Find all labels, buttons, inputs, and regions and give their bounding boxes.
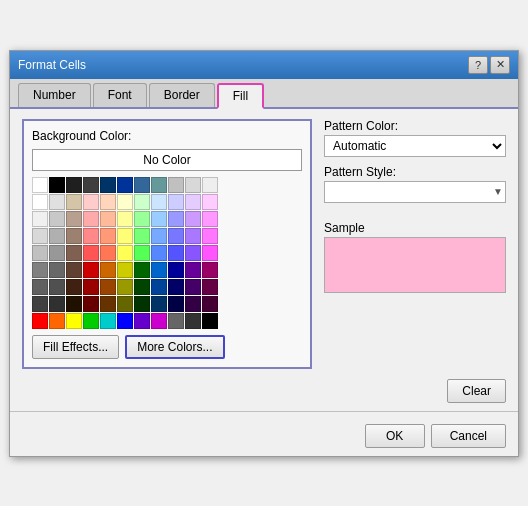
tab-bar: Number Font Border Fill [10,79,518,109]
help-button[interactable]: ? [468,56,488,74]
color-darkgray2[interactable] [83,177,99,193]
pattern-style-box: ▼ [324,181,506,203]
bottom-buttons: Fill Effects... More Colors... [32,335,302,359]
pattern-style-label: Pattern Style: [324,165,506,179]
color-row-basics [32,177,302,193]
pattern-color-dropdown-row: Automatic [324,135,506,157]
title-bar-buttons: ? ✕ [468,56,510,74]
tab-number[interactable]: Number [18,83,91,107]
more-colors-button[interactable]: More Colors... [125,335,224,359]
fill-effects-button[interactable]: Fill Effects... [32,335,119,359]
color-black[interactable] [49,177,65,193]
color-row-4 [32,245,302,261]
color-teal2[interactable] [151,177,167,193]
color-navy1[interactable] [100,177,116,193]
footer-top: Clear [10,379,518,407]
tab-border[interactable]: Border [149,83,215,107]
color-lightgray2[interactable] [185,177,201,193]
sample-label: Sample [324,221,506,235]
background-color-label: Background Color: [32,129,302,143]
color-row-7 [32,296,302,312]
color-lightgray3[interactable] [202,177,218,193]
pattern-color-label: Pattern Color: [324,119,506,133]
pattern-style-section: Pattern Style: ▼ [324,165,506,203]
title-bar: Format Cells ? ✕ [10,51,518,79]
color-grid [32,177,302,329]
no-color-button[interactable]: No Color [32,149,302,171]
pattern-style-dropdown-row: ▼ [324,181,506,203]
color-row-3 [32,228,302,244]
sample-section: Sample [324,221,506,293]
ok-button[interactable]: OK [365,424,425,448]
dialog-body: Background Color: No Color [10,109,518,379]
format-cells-dialog: Format Cells ? ✕ Number Font Border Fill… [9,50,519,457]
color-navy2[interactable] [117,177,133,193]
clear-button[interactable]: Clear [447,379,506,403]
color-white[interactable] [32,177,48,193]
tab-fill[interactable]: Fill [217,83,264,109]
color-row-6 [32,279,302,295]
color-lightgray1[interactable] [168,177,184,193]
color-teal1[interactable] [134,177,150,193]
pattern-color-section: Pattern Color: Automatic [324,119,506,157]
color-row-bright [32,313,302,329]
color-darkgray1[interactable] [66,177,82,193]
close-button[interactable]: ✕ [490,56,510,74]
color-row-5 [32,262,302,278]
sample-box [324,237,506,293]
dialog-title: Format Cells [18,58,86,72]
tab-font[interactable]: Font [93,83,147,107]
background-color-panel: Background Color: No Color [22,119,312,369]
color-row-1 [32,194,302,210]
cancel-button[interactable]: Cancel [431,424,506,448]
color-row-2 [32,211,302,227]
dialog-footer: OK Cancel [10,416,518,456]
right-panel: Pattern Color: Automatic Pattern Style: … [324,119,506,369]
pattern-color-select[interactable]: Automatic [324,135,506,157]
